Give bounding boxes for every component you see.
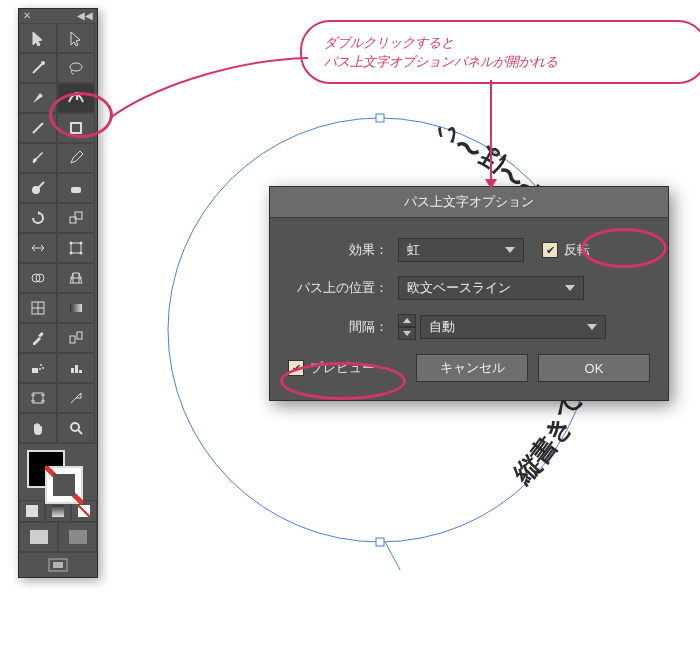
svg-rect-7: [71, 243, 81, 253]
svg-rect-24: [75, 365, 78, 373]
svg-rect-19: [32, 368, 38, 373]
svg-rect-31: [376, 114, 384, 122]
collapse-icon[interactable]: ◀◀: [77, 11, 93, 21]
spacing-value: 自動: [429, 318, 455, 336]
align-dropdown[interactable]: 欧文ベースライン: [398, 276, 584, 300]
svg-rect-18: [77, 332, 82, 339]
effect-label: 効果：: [288, 241, 388, 259]
fill-stroke-swatch[interactable]: [19, 443, 97, 500]
chevron-down-icon: [565, 285, 575, 291]
chevron-down-icon: [505, 247, 515, 253]
svg-point-21: [42, 367, 44, 369]
svg-line-33: [385, 542, 410, 570]
selection-tool[interactable]: [19, 23, 57, 53]
callout-line1: ダブルクリックすると: [324, 33, 684, 53]
svg-rect-25: [79, 370, 82, 373]
svg-rect-5: [70, 217, 76, 223]
align-label: パス上の位置：: [288, 279, 388, 297]
svg-rect-16: [38, 332, 44, 338]
blend-tool[interactable]: [57, 323, 95, 353]
annotation-ring-preview: [280, 362, 406, 400]
callout-line2: パス上文字オプションパネルが開かれる: [324, 52, 684, 72]
svg-point-27: [71, 423, 79, 431]
svg-point-12: [32, 274, 40, 282]
magic-wand-tool[interactable]: [19, 53, 57, 83]
spacing-dropdown[interactable]: 自動: [420, 315, 606, 339]
annotation-callout: ダブルクリックすると パス上文字オプションパネルが開かれる: [300, 20, 700, 84]
svg-rect-15: [70, 304, 82, 312]
svg-point-11: [80, 252, 83, 255]
scale-tool[interactable]: [57, 203, 95, 233]
column-graph-tool[interactable]: [57, 353, 95, 383]
annotation-ring-flip: [581, 228, 667, 268]
panel-header: ✕ ◀◀: [19, 9, 97, 23]
svg-rect-23: [71, 368, 74, 373]
color-mode-solid[interactable]: [19, 500, 45, 522]
svg-rect-4: [71, 187, 81, 193]
svg-rect-32: [376, 538, 384, 546]
svg-point-20: [40, 364, 42, 366]
cancel-button[interactable]: キャンセル: [416, 354, 528, 382]
change-screen-mode[interactable]: [19, 552, 97, 577]
eraser-tool[interactable]: [57, 173, 95, 203]
svg-point-10: [70, 252, 73, 255]
chevron-down-icon: [587, 324, 597, 330]
svg-point-0: [41, 61, 45, 65]
svg-rect-29: [53, 562, 63, 568]
symbol-sprayer-tool[interactable]: [19, 353, 57, 383]
annotation-ring-tool: [49, 92, 113, 138]
gradient-tool[interactable]: [57, 293, 95, 323]
direct-selection-tool[interactable]: [57, 23, 95, 53]
eyedropper-tool[interactable]: [19, 323, 57, 353]
effect-dropdown[interactable]: 虹: [398, 238, 524, 262]
svg-rect-14: [32, 302, 44, 314]
shape-builder-tool[interactable]: [19, 263, 57, 293]
svg-rect-17: [70, 336, 75, 343]
blob-brush-tool[interactable]: [19, 173, 57, 203]
width-tool[interactable]: [19, 233, 57, 263]
spacing-label: 間隔：: [288, 318, 388, 336]
svg-point-3: [32, 186, 40, 194]
rotate-tool[interactable]: [19, 203, 57, 233]
svg-point-8: [70, 242, 73, 245]
close-icon[interactable]: ✕: [23, 11, 31, 21]
perspective-grid-tool[interactable]: [57, 263, 95, 293]
lasso-tool[interactable]: [57, 53, 95, 83]
svg-rect-6: [75, 212, 82, 219]
artboard-tool[interactable]: [19, 383, 57, 413]
slice-tool[interactable]: [57, 383, 95, 413]
svg-point-13: [36, 274, 44, 282]
stroke-color-swatch[interactable]: [45, 466, 83, 504]
drawing-mode-behind[interactable]: [58, 522, 97, 552]
svg-point-9: [80, 242, 83, 245]
mesh-tool[interactable]: [19, 293, 57, 323]
svg-rect-26: [33, 393, 43, 403]
pencil-tool[interactable]: [57, 143, 95, 173]
dialog-title: パス上文字オプション: [270, 187, 668, 218]
svg-point-1: [70, 63, 82, 71]
callout-arrow: [490, 80, 492, 188]
drawing-mode-normal[interactable]: [19, 522, 58, 552]
hand-tool[interactable]: [19, 413, 57, 443]
svg-point-22: [39, 368, 41, 370]
ok-button[interactable]: OK: [538, 354, 650, 382]
paintbrush-tool[interactable]: [19, 143, 57, 173]
zoom-tool[interactable]: [57, 413, 95, 443]
free-transform-tool[interactable]: [57, 233, 95, 263]
align-value: 欧文ベースライン: [407, 279, 511, 297]
checkbox-checked-icon: ✔: [542, 242, 558, 258]
spacing-stepper[interactable]: [398, 314, 416, 340]
effect-value: 虹: [407, 241, 420, 259]
